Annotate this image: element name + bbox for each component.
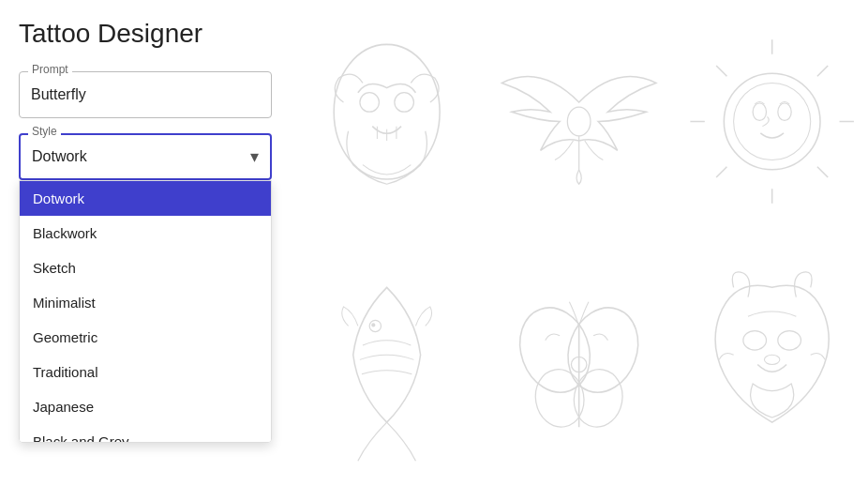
svg-point-1: [360, 93, 380, 113]
dropdown-item[interactable]: Sketch: [20, 251, 271, 285]
tattoo-cell-5: [483, 243, 675, 486]
dropdown-item[interactable]: Black and Grey: [20, 424, 271, 443]
svg-point-9: [371, 323, 375, 327]
dropdown-item[interactable]: Blackwork: [20, 216, 271, 251]
right-panel: [291, 0, 868, 486]
style-label: Style: [28, 125, 61, 138]
style-select-wrapper: Dotwork ▾ DotworkBlackworkSketchMinimali…: [19, 133, 272, 180]
dropdown-item[interactable]: Geometric: [20, 320, 271, 355]
page-container: Tattoo Designer Prompt Style Dotwork ▾ D…: [0, 0, 868, 486]
tattoo-cell-2: [483, 0, 675, 243]
dropdown-item[interactable]: Dotwork: [20, 181, 271, 216]
style-dropdown-menu: DotworkBlackworkSketchMinimalistGeometri…: [19, 180, 272, 443]
svg-point-7: [777, 103, 790, 120]
svg-point-15: [743, 331, 767, 351]
tattoo-grid: [291, 0, 868, 486]
tattoo-cell-1: [291, 0, 483, 243]
dropdown-item[interactable]: Traditional: [20, 355, 271, 389]
tattoo-cell-3: [676, 0, 868, 243]
svg-point-8: [369, 320, 381, 331]
svg-point-3: [568, 107, 591, 136]
dropdown-item[interactable]: Minimalist: [20, 285, 271, 320]
svg-point-10: [509, 297, 602, 402]
prompt-input[interactable]: [19, 71, 272, 118]
svg-point-6: [753, 103, 766, 120]
prompt-field-group: Prompt: [19, 71, 272, 118]
style-select[interactable]: Dotwork ▾: [19, 133, 272, 180]
svg-point-16: [777, 331, 801, 351]
svg-point-4: [724, 73, 820, 170]
style-selected-value: Dotwork: [32, 148, 87, 165]
prompt-label: Prompt: [28, 63, 72, 76]
svg-point-5: [733, 83, 810, 159]
svg-point-11: [557, 297, 650, 402]
page-title: Tattoo Designer: [19, 19, 272, 49]
left-panel: Tattoo Designer Prompt Style Dotwork ▾ D…: [0, 0, 291, 486]
style-field-group: Style Dotwork ▾ DotworkBlackworkSketchMi…: [19, 133, 272, 180]
dropdown-arrow-icon: ▾: [250, 146, 259, 167]
tattoo-cell-6: [676, 243, 868, 486]
svg-point-2: [395, 93, 414, 113]
tattoo-cell-4: [291, 243, 483, 486]
svg-point-13: [570, 366, 627, 432]
svg-point-12: [531, 366, 589, 432]
svg-point-17: [764, 355, 779, 364]
dropdown-item[interactable]: Japanese: [20, 389, 271, 424]
